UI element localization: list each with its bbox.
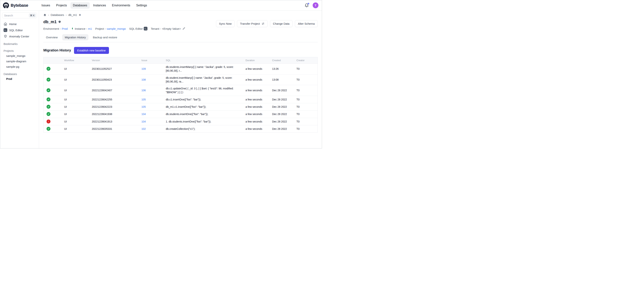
- table-row: UI 20221228042223 105 db_m1.c1.insertOne…: [44, 103, 318, 111]
- table-header-row: Workflow Version Issue SQL Duration Crea…: [44, 57, 318, 64]
- version-cell: 20221228035331: [90, 125, 139, 132]
- issue-link[interactable]: 109: [142, 67, 146, 70]
- transfer-project-button[interactable]: Transfer Project: [237, 20, 268, 27]
- sidebar-project-sample-mongo[interactable]: sample_mongo: [2, 53, 37, 59]
- sidebar-project-sample-pg[interactable]: sample-pg: [2, 64, 37, 69]
- breadcrumb-databases[interactable]: Databases: [51, 13, 64, 17]
- nav-environments[interactable]: Environments: [110, 2, 133, 9]
- nav-projects[interactable]: Projects: [54, 2, 69, 9]
- status-icon: [46, 105, 50, 109]
- nav-issues[interactable]: Issues: [39, 2, 52, 9]
- duration-cell: a few seconds: [243, 111, 270, 118]
- bookmark-star-icon[interactable]: ★: [79, 14, 81, 17]
- creator-cell: T0: [294, 85, 318, 96]
- transfer-project-label: Transfer Project: [240, 22, 260, 25]
- breadcrumb-separator: ›: [66, 13, 67, 17]
- version-cell: 20221228042407: [90, 85, 139, 96]
- sql-cell: db.createCollection("c1");: [164, 125, 243, 132]
- issue-link[interactable]: 105: [142, 98, 146, 101]
- mongodb-leaf-icon: [71, 27, 74, 30]
- top-header: Bytebase Issues Projects Databases Insta…: [0, 0, 322, 11]
- version-cell: 20221228041938: [90, 111, 139, 118]
- issue-link[interactable]: 102: [142, 127, 146, 130]
- sync-now-button[interactable]: Sync Now: [216, 20, 235, 27]
- bytebase-logo-icon: [3, 2, 9, 9]
- creator-cell: T0: [294, 74, 318, 85]
- version-cell: 20221228042255: [90, 96, 139, 103]
- table-row: UI 20221228041938 104 db.students.insert…: [44, 111, 318, 118]
- nav-settings[interactable]: Settings: [134, 2, 150, 9]
- col-issue: Issue: [139, 57, 164, 64]
- version-cell: 20221228042223: [90, 103, 139, 111]
- bytebase-logo[interactable]: Bytebase: [3, 2, 39, 9]
- sql-cell: db.c1.insertOne({"foo": "bar"});: [164, 96, 243, 103]
- home-icon: [4, 22, 7, 26]
- sidebar-item-label: SQL Editor: [9, 29, 23, 32]
- establish-baseline-button[interactable]: Establish new baseline: [74, 47, 109, 54]
- status-icon: [46, 127, 50, 131]
- nav-instances[interactable]: Instances: [91, 2, 108, 9]
- workflow-cell: UI: [62, 118, 90, 125]
- edit-pencil-icon[interactable]: [182, 27, 186, 30]
- workflow-cell: UI: [62, 111, 90, 118]
- workflow-cell: UI: [62, 96, 90, 103]
- shield-protect-icon: [58, 20, 61, 23]
- sql-cell: db.student.insertMany([ { name: "Jacika"…: [164, 74, 243, 85]
- user-avatar[interactable]: T: [313, 3, 318, 8]
- environment-link[interactable]: Prod: [62, 27, 68, 30]
- table-row: UI 20221228042407 106 db.c1.updateOne( {…: [44, 85, 318, 96]
- tab-overview[interactable]: Overview: [43, 34, 60, 40]
- creator-cell: T0: [294, 103, 318, 111]
- action-buttons: Sync Now Transfer Project Change Data Al…: [216, 20, 318, 27]
- issue-link[interactable]: 105: [142, 105, 146, 108]
- terminal-icon: >_: [4, 28, 7, 32]
- instance-label: Instance -: [75, 27, 87, 30]
- duration-cell: a few seconds: [243, 125, 270, 132]
- sidebar-project-sample-diagram[interactable]: sample-diagram: [2, 59, 37, 64]
- issue-link[interactable]: 106: [142, 89, 146, 92]
- status-icon: [46, 112, 50, 116]
- tenant-label: Tenant -: [151, 27, 161, 30]
- project-link[interactable]: sample_mongo: [107, 27, 126, 30]
- table-row: UI 20221228042255 105 db.c1.insertOne({"…: [44, 96, 318, 103]
- brand-wordmark: Bytebase: [11, 3, 28, 8]
- tab-backup-and-restore[interactable]: Backup and restore: [90, 34, 120, 40]
- issue-link[interactable]: 104: [142, 113, 146, 116]
- project-label: Project -: [95, 27, 106, 30]
- table-row: UI 20221228035331 102 db.createCollectio…: [44, 125, 318, 132]
- status-icon: [46, 97, 50, 101]
- migration-table-body: UI 20230111052527 109 db.students.insert…: [44, 64, 318, 133]
- breadcrumb: › Databases › db_m1 ★: [43, 13, 318, 17]
- duration-cell: a few seconds: [243, 74, 270, 85]
- creator-cell: T0: [294, 125, 318, 132]
- instance-link[interactable]: m1: [88, 27, 92, 30]
- notification-bell-icon[interactable]: [304, 3, 309, 8]
- environment-label: Environment -: [43, 27, 61, 30]
- search-box: ⌘ K: [2, 13, 37, 18]
- duration-cell: a few seconds: [243, 85, 270, 96]
- sidebar-item-anomaly-center[interactable]: Anomaly Center: [2, 33, 37, 39]
- tab-migration-history[interactable]: Migration History: [62, 34, 88, 40]
- issue-link[interactable]: 108: [142, 78, 146, 81]
- sql-cell: db.students.insertOne({"foo": "bar"});: [164, 111, 243, 118]
- tab-bar: Overview Migration History Backup and re…: [43, 34, 318, 42]
- sidebar-item-home[interactable]: Home: [2, 21, 37, 27]
- table-row: UI 20221228041913 104 1. db.students.ins…: [44, 118, 318, 125]
- nav-databases[interactable]: Databases: [70, 2, 90, 9]
- col-version: Version: [90, 57, 139, 64]
- workflow-cell: UI: [62, 74, 90, 85]
- breadcrumb-home-icon[interactable]: [43, 14, 46, 17]
- sidebar-item-sql-editor[interactable]: >_ SQL Editor: [2, 27, 37, 33]
- creator-cell: T0: [294, 118, 318, 125]
- search-input[interactable]: [4, 14, 29, 17]
- database-meta: Environment - Prod Instance - m1: [43, 27, 187, 31]
- sidebar-database-prod[interactable]: Prod: [2, 76, 37, 82]
- sidebar-item-label: Home: [9, 23, 17, 26]
- transfer-arrows-icon: [262, 22, 265, 25]
- sql-editor-terminal-icon[interactable]: >_: [144, 27, 148, 31]
- col-creator: Creator: [294, 57, 318, 64]
- header-right: T: [304, 3, 318, 8]
- alter-schema-button[interactable]: Alter Schema: [295, 20, 318, 27]
- change-data-button[interactable]: Change Data: [270, 20, 292, 27]
- issue-link[interactable]: 104: [142, 120, 146, 123]
